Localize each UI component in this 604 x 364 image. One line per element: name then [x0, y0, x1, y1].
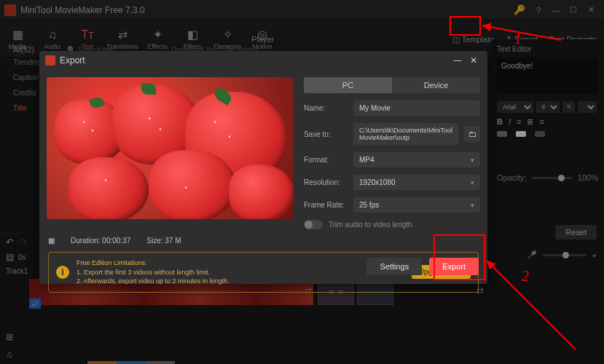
- annotation-2: 2: [522, 268, 529, 285]
- saveto-label: Save to:: [304, 130, 348, 138]
- resolution-select[interactable]: 1920x1080▾: [353, 175, 480, 190]
- dialog-logo: [45, 55, 55, 66]
- annotation-1: 1: [514, 31, 522, 47]
- film-icon: ▦: [48, 237, 55, 245]
- browse-button[interactable]: 🗀: [464, 126, 480, 142]
- chevron-down-icon: ▾: [471, 157, 474, 164]
- name-field[interactable]: My Movie: [353, 100, 480, 116]
- export-dialog: Export — ✕ PC Device Name:: [39, 51, 487, 284]
- limits-line1: 1. Export the first 3 videos without len…: [77, 268, 404, 277]
- dialog-title: Export: [60, 55, 85, 66]
- duration-meta: Duration: 00:00:37: [71, 237, 130, 245]
- dialog-minimize[interactable]: —: [450, 55, 466, 66]
- chevron-down-icon: ▾: [471, 202, 474, 209]
- dialog-close[interactable]: ✕: [466, 55, 482, 66]
- info-icon: i: [56, 266, 69, 279]
- format-select[interactable]: MP4▾: [353, 152, 480, 167]
- saveto-field[interactable]: C:\Users\tk\Documents\MiniTool MovieMake…: [353, 123, 458, 145]
- trim-label: Trim audio to video length: [329, 221, 412, 229]
- chevron-down-icon: ▾: [471, 179, 474, 186]
- export-tabs: PC Device: [304, 77, 480, 93]
- size-meta: Size: 37 M: [146, 237, 181, 245]
- limits-title: Free Edition Limitations:: [77, 258, 404, 268]
- resolution-label: Resolution:: [304, 178, 348, 186]
- framerate-label: Frame Rate:: [304, 201, 348, 209]
- name-label: Name:: [304, 104, 348, 112]
- tab-pc[interactable]: PC: [304, 77, 392, 93]
- export-confirm-button[interactable]: Export: [429, 258, 479, 275]
- export-preview: [47, 77, 294, 219]
- settings-button[interactable]: Settings: [366, 258, 422, 275]
- format-label: Format:: [304, 156, 348, 164]
- limits-line2: 2. Afterwards, export video up to 2 minu…: [77, 277, 404, 286]
- tab-device[interactable]: Device: [392, 77, 480, 93]
- trim-toggle[interactable]: [304, 220, 323, 229]
- framerate-select[interactable]: 25 fps▾: [353, 197, 480, 213]
